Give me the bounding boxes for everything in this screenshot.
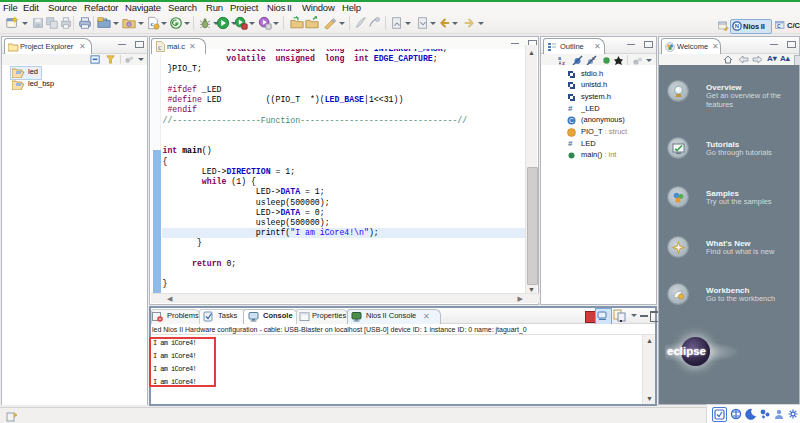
svg-text:C: C xyxy=(569,117,574,124)
svg-text:N: N xyxy=(735,23,739,29)
svg-text:c: c xyxy=(150,20,153,28)
svg-text:C: C xyxy=(777,24,781,29)
svg-text:c: c xyxy=(158,43,162,52)
